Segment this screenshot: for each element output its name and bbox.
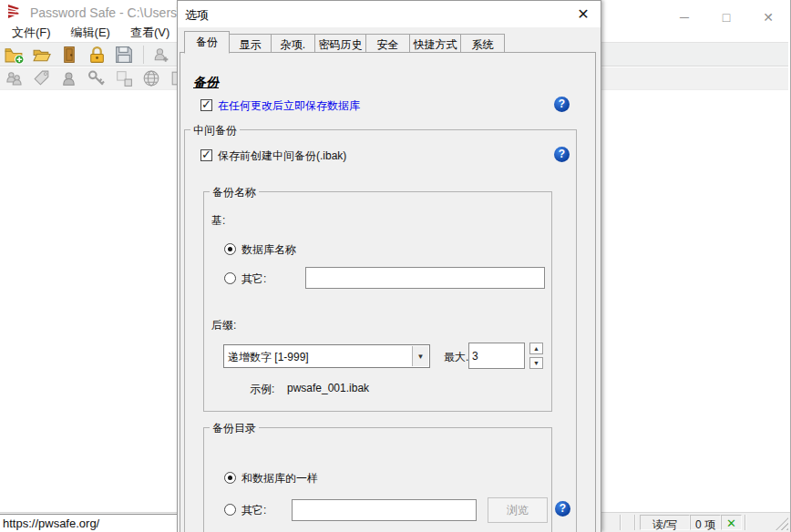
options-tab-strip: 备份显示杂项.密码历史安全快捷方式系统 xyxy=(184,31,505,53)
close-button[interactable]: ✕ xyxy=(747,0,789,35)
spin-up-icon[interactable]: ▲ xyxy=(529,343,543,354)
tab-显示[interactable]: 显示 xyxy=(230,34,272,53)
filter-icon: ✕ xyxy=(726,517,736,530)
radio-same-as-database[interactable] xyxy=(224,472,236,484)
close-database-icon[interactable] xyxy=(59,45,79,65)
suffix-label: 后缀: xyxy=(211,318,236,333)
tab-备份[interactable]: 备份 xyxy=(184,31,230,54)
browse-button[interactable]: 浏览 xyxy=(488,497,548,523)
status-divider xyxy=(620,515,622,530)
expand-all-icon[interactable] xyxy=(114,68,134,88)
backup-directory-group-label: 备份目录 xyxy=(210,421,259,436)
dialog-title: 选项 xyxy=(185,7,209,24)
minimize-button[interactable]: ─ xyxy=(663,0,705,35)
tab-快捷方式[interactable]: 快捷方式 xyxy=(410,34,461,53)
backup-tab-page: 备份 在任何更改后立即保存数据库 中间备份 保存前创建中间备份(.ibak) 备… xyxy=(180,52,596,532)
intermediate-backup-group-label: 中间备份 xyxy=(190,123,240,138)
new-database-icon[interactable] xyxy=(5,45,25,65)
radio-other-directory[interactable] xyxy=(224,504,236,516)
backup-name-group-label: 备份名称 xyxy=(210,185,259,200)
tab-系统[interactable]: 系统 xyxy=(461,34,505,53)
help-icon-save-immediately[interactable] xyxy=(554,97,570,112)
base-label: 基: xyxy=(211,213,225,229)
status-divider xyxy=(745,515,746,530)
save-immediately-label[interactable]: 在任何更改后立即保存数据库 xyxy=(218,98,360,114)
other-name-input[interactable] xyxy=(305,267,545,289)
generate-password-icon[interactable] xyxy=(87,68,107,88)
add-entry-icon[interactable] xyxy=(151,45,171,65)
spin-down-icon[interactable]: ▼ xyxy=(529,357,543,369)
radio-same-as-database-label[interactable]: 和数据库的一样 xyxy=(241,471,318,486)
menu-item-编辑(E)[interactable]: 编辑(E) xyxy=(61,22,120,42)
help-icon-backup-directory[interactable] xyxy=(555,501,570,517)
status-db-mode: 读/写 xyxy=(640,515,690,530)
status-divider xyxy=(634,515,636,530)
maximize-button[interactable]: □ xyxy=(705,0,747,35)
status-item-count: 0 项 xyxy=(690,515,721,530)
dialog-close-button[interactable]: ✕ xyxy=(571,4,595,25)
tag-icon[interactable] xyxy=(32,68,52,88)
max-label: 最大. xyxy=(444,350,468,365)
window-title: Password Safe - C:\Users\A .. xyxy=(30,5,199,20)
menu-item-查看(V)[interactable]: 查看(V) xyxy=(120,22,180,42)
radio-other-directory-label[interactable]: 其它: xyxy=(241,503,266,518)
suffix-combobox-value: 递增数字 [1-999] xyxy=(228,350,309,365)
toolbar-separator xyxy=(143,46,144,64)
backup-name-group: 备份名称 xyxy=(203,191,552,412)
status-url-text: https://pwsafe.org/ xyxy=(0,514,179,532)
radio-database-name[interactable] xyxy=(224,243,236,255)
save-database-icon[interactable] xyxy=(114,45,134,65)
tab-杂项.[interactable]: 杂项. xyxy=(272,34,315,53)
resize-grip-icon[interactable] xyxy=(776,517,788,530)
options-dialog: 选项 ✕ 备份显示杂项.密码历史安全快捷方式系统 备份 在任何更改后立即保存数据… xyxy=(177,0,601,532)
lock-database-icon[interactable] xyxy=(87,45,107,65)
dialog-titlebar: 选项 ✕ xyxy=(178,1,601,27)
suffix-combobox[interactable]: 递增数字 [1-999] ▼ xyxy=(223,344,430,368)
open-database-icon[interactable] xyxy=(32,45,52,65)
max-backups-input[interactable] xyxy=(468,343,525,369)
help-icon-ibak[interactable] xyxy=(554,147,570,162)
page-header: 备份 xyxy=(193,75,219,91)
radio-other-name-label[interactable]: 其它: xyxy=(241,271,266,287)
view-entry-icon[interactable] xyxy=(59,68,79,88)
radio-database-name-label[interactable]: 数据库名称 xyxy=(241,242,296,258)
status-filter-panel[interactable]: ✕ xyxy=(721,515,742,530)
example-value: pwsafe_001.ibak xyxy=(287,382,369,394)
radio-other-name[interactable] xyxy=(224,272,236,284)
browse-url-icon[interactable] xyxy=(141,68,161,88)
example-label: 示例: xyxy=(250,382,274,397)
save-immediately-checkbox[interactable] xyxy=(200,99,212,111)
other-directory-input[interactable] xyxy=(292,499,477,521)
window-controls: ─ □ ✕ xyxy=(663,0,789,35)
combobox-dropdown-icon[interactable]: ▼ xyxy=(412,346,428,366)
password-safe-logo-icon xyxy=(7,4,25,19)
tab-密码历史[interactable]: 密码历史 xyxy=(315,34,366,53)
tab-安全[interactable]: 安全 xyxy=(366,34,410,53)
ibak-checkbox[interactable] xyxy=(200,149,212,161)
ibak-checkbox-label[interactable]: 保存前创建中间备份(.ibak) xyxy=(218,148,346,164)
add-group-icon[interactable] xyxy=(5,68,25,88)
menu-item-文件(F)[interactable]: 文件(F) xyxy=(2,22,61,42)
